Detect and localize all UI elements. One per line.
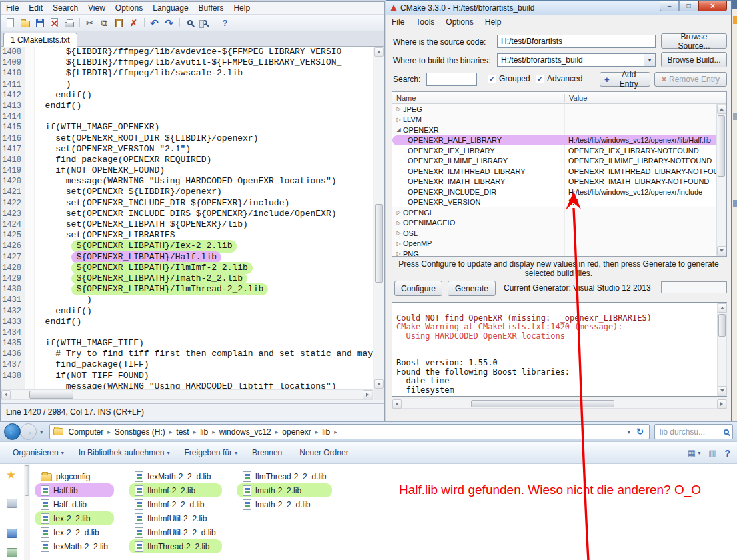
file-item[interactable]: IlmImfUtil-2_2.lib	[129, 511, 222, 525]
file-item[interactable]: IlmImf-2_2_d.lib	[129, 497, 222, 511]
code-area[interactable]: 1408 ${LIBDIR}/ffmpeg/lib/avdevice-${FFM…	[1, 47, 373, 389]
table-row[interactable]: ▷PNG	[392, 249, 726, 256]
variable-value[interactable]: OPENEXR_IMATH_LIBRARY-NOTFOUND	[564, 177, 726, 187]
tree-expand-icon[interactable]: ▷	[394, 251, 403, 256]
save-icon[interactable]	[33, 16, 47, 29]
table-row[interactable]: OPENEXR_VERSION 2.0	[392, 197, 726, 208]
menu-item[interactable]: File	[6, 3, 19, 13]
network-icon[interactable]	[7, 548, 17, 557]
log-horizontal-scrollbar[interactable]	[392, 399, 727, 409]
open-file-icon[interactable]	[18, 16, 32, 29]
scrollbar-thumb[interactable]	[718, 115, 725, 177]
editor-vertical-scrollbar[interactable]	[374, 47, 384, 389]
toolbar-separator[interactable]	[141, 16, 147, 29]
address-bar[interactable]: Computer▸ Sonstiges (H:)▸ test▸ lib▸ win…	[49, 424, 650, 439]
scroll-left-icon[interactable]	[1, 390, 11, 399]
back-button[interactable]: ←	[4, 423, 21, 440]
paste-icon[interactable]	[112, 16, 126, 29]
table-row[interactable]: OPENEXR_ILMIMF_LIBRARY OPENEXR_ILMIMF_LI…	[392, 156, 726, 167]
undo-icon[interactable]: ↶	[147, 16, 161, 29]
combobox-dropdown-icon[interactable]: ▾	[644, 54, 655, 66]
file-item[interactable]: IlmImf-2_2.lib	[129, 483, 222, 497]
generate-button[interactable]: Generate	[448, 281, 496, 296]
table-row[interactable]: ▷OPENIMAGEIO	[392, 218, 726, 229]
variable-value[interactable]: H:/test/lib/windows_vc12/openexr/include	[564, 187, 726, 197]
file-item[interactable]: IlmThread-2_2_d.lib	[237, 469, 333, 483]
explorer-search[interactable]	[654, 424, 733, 439]
help-icon[interactable]: ?	[724, 448, 730, 459]
sidebar-scrollbar[interactable]	[24, 464, 30, 560]
tree-expand-icon[interactable]: ▷	[394, 241, 403, 247]
scroll-right-icon[interactable]	[717, 399, 726, 409]
scrollbar-thumb[interactable]	[25, 465, 29, 496]
add-entry-button[interactable]: + Add Entry	[600, 72, 650, 87]
variable-value[interactable]	[564, 228, 726, 239]
table-scrollbar[interactable]	[716, 104, 726, 256]
file-item[interactable]: IexMath-2_2_d.lib	[129, 469, 222, 483]
table-header[interactable]: Name Value	[392, 92, 726, 104]
command-bar-item[interactable]: Organisieren▾	[5, 445, 71, 461]
source-path-field[interactable]	[497, 35, 656, 48]
file-item[interactable]: Imath-2_2.lib	[237, 483, 333, 497]
context-help-icon[interactable]: ?	[218, 16, 232, 29]
menu-item[interactable]: Options	[446, 17, 473, 27]
copy-icon[interactable]: ⧉	[97, 16, 111, 29]
computer-icon[interactable]	[7, 529, 17, 538]
file-item[interactable]: pkgconfig	[35, 469, 114, 483]
redo-icon[interactable]: ↷	[162, 16, 176, 29]
breadcrumb-item[interactable]: lib▸	[320, 427, 339, 437]
tree-expand-icon[interactable]: ▷	[394, 209, 403, 215]
file-item[interactable]: Iex-2_2.lib	[35, 511, 114, 525]
log-vertical-scrollbar[interactable]	[717, 303, 727, 396]
explorer-search-input[interactable]	[658, 427, 717, 437]
configure-button[interactable]: Configure	[394, 281, 442, 296]
remove-entry-button[interactable]: × Remove Entry	[654, 72, 727, 87]
variable-value[interactable]	[564, 249, 726, 256]
libraries-icon[interactable]	[7, 499, 17, 508]
breadcrumb-item[interactable]: lib▸	[198, 427, 217, 437]
close-file-icon[interactable]	[47, 16, 61, 29]
variable-value[interactable]: OPENEXR_IEX_LIBRARY-NOTFOUND	[564, 145, 726, 156]
table-row[interactable]: ▷LLVM	[392, 115, 726, 125]
menu-item[interactable]: View	[88, 3, 105, 13]
variable-value[interactable]: OPENEXR_ILMTHREAD_LIBRARY-NOTFOUND	[564, 166, 726, 177]
scrollbar-thumb[interactable]	[375, 204, 383, 283]
variable-value[interactable]: OPENEXR_ILMIMF_LIBRARY-NOTFOUND	[564, 156, 726, 167]
variable-value[interactable]	[564, 125, 726, 135]
menu-item[interactable]: Help	[485, 17, 502, 27]
scroll-up-icon[interactable]	[717, 105, 726, 114]
build-path-combobox[interactable]: ▾	[497, 53, 656, 67]
menu-item[interactable]: Language	[153, 3, 188, 13]
toolbar-separator[interactable]	[177, 16, 182, 29]
variable-value[interactable]	[564, 218, 726, 229]
forward-button[interactable]: →	[20, 423, 37, 440]
table-row[interactable]: ▷OSL	[392, 228, 726, 239]
address-dropdown-icon[interactable]: ▾	[625, 429, 634, 435]
scroll-down-icon[interactable]	[718, 386, 727, 395]
file-item[interactable]: Iex-2_2_d.lib	[35, 525, 114, 539]
new-file-icon[interactable]	[3, 16, 17, 29]
build-path-input[interactable]	[498, 55, 644, 65]
file-item[interactable]: IexMath-2_2.lib	[35, 539, 114, 553]
table-row[interactable]: OPENEXR_IEX_LIBRARY OPENEXR_IEX_LIBRARY-…	[392, 145, 726, 156]
scrollbar-thumb[interactable]	[718, 314, 726, 337]
find-in-doc-icon[interactable]	[197, 16, 211, 29]
file-item[interactable]: Half.lib	[35, 483, 114, 497]
breadcrumb-item[interactable]: Sonstiges (H:)▸	[113, 427, 175, 437]
source-path-input[interactable]	[498, 37, 655, 46]
cmake-search-input[interactable]	[427, 75, 476, 84]
file-item[interactable]: IlmThread-2_2.lib	[129, 539, 222, 553]
tab-cmakelists[interactable]: 1 CMakeLists.txt	[3, 33, 77, 47]
table-row[interactable]: ▷JPEG	[392, 104, 726, 115]
command-bar-item[interactable]: Brennen	[245, 445, 292, 461]
table-row[interactable]: ▷OpenMP	[392, 239, 726, 249]
variable-value[interactable]: H:/test/lib/windows_vc12/openexr/lib/Hal…	[564, 135, 726, 146]
print-icon[interactable]	[62, 16, 76, 29]
command-bar-item[interactable]: In Bibliothek aufnehmen▾	[71, 445, 177, 461]
table-row[interactable]: OPENEXR_HALF_LIBRARY H:/test/lib/windows…	[392, 135, 726, 146]
menu-item[interactable]: Options	[115, 3, 143, 13]
history-dropdown-icon[interactable]: ▾	[40, 429, 43, 435]
tree-expand-icon[interactable]: ▷	[394, 230, 403, 236]
scrollbar-thumb[interactable]	[471, 400, 614, 407]
tree-expand-icon[interactable]: ▷	[394, 220, 403, 226]
